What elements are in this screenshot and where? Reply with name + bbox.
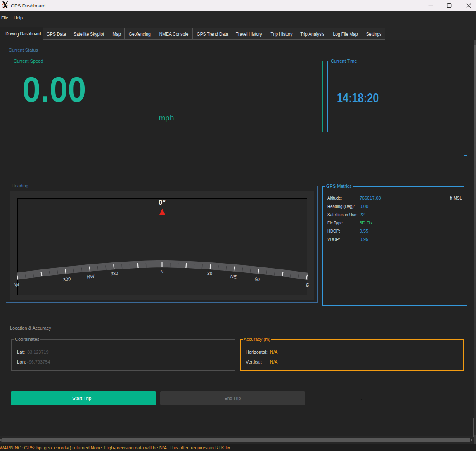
svg-text:330: 330 [110, 271, 118, 276]
svg-text:NE: NE [230, 274, 237, 279]
svg-text:0°: 0° [159, 198, 166, 206]
svg-text:30: 30 [207, 271, 212, 276]
svg-text:W: W [14, 282, 20, 288]
svg-text:300: 300 [63, 276, 71, 282]
svg-text:60: 60 [254, 276, 260, 282]
svg-text:N: N [161, 269, 164, 274]
svg-text:NW: NW [87, 274, 95, 279]
